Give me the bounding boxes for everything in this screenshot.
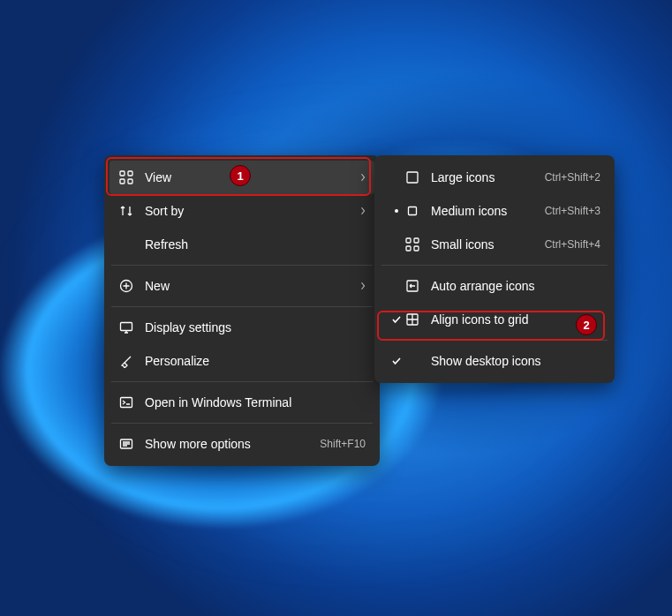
chevron-right-icon	[357, 282, 366, 290]
menu-item-label: Auto arrange icons	[431, 279, 600, 293]
small-icons-icon	[404, 237, 420, 252]
sort-icon	[118, 203, 134, 219]
svg-rect-8	[407, 172, 418, 183]
menu-item-label: Large icons	[431, 170, 545, 184]
check-indicator-checked	[389, 314, 404, 325]
menu-item-label: Medium icons	[431, 204, 545, 218]
chevron-right-icon	[357, 173, 366, 182]
menu-separator	[111, 381, 373, 382]
desktop-context-menu: View Sort by Refresh New	[104, 155, 380, 466]
menu-item-show-more-options[interactable]: Show more options Shift+F10	[109, 427, 374, 461]
menu-item-label: Personalize	[145, 354, 366, 368]
svg-rect-12	[406, 246, 411, 251]
menu-item-open-terminal[interactable]: Open in Windows Terminal	[109, 386, 374, 419]
submenu-item-align-grid[interactable]: Align icons to grid	[380, 303, 609, 336]
terminal-icon	[118, 394, 134, 410]
brush-icon	[118, 353, 134, 369]
menu-item-sort-by[interactable]: Sort by	[109, 194, 374, 228]
svg-rect-6	[121, 398, 132, 408]
blank-icon	[404, 353, 420, 369]
menu-item-label: Align icons to grid	[431, 312, 600, 327]
shortcut-label: Ctrl+Shift+4	[545, 238, 600, 251]
menu-item-label: Show more options	[145, 437, 320, 451]
menu-item-label: Display settings	[145, 320, 366, 334]
plus-circle-icon	[118, 278, 134, 294]
shortcut-label: Ctrl+Shift+3	[545, 205, 600, 217]
svg-rect-3	[128, 179, 132, 184]
submenu-item-auto-arrange[interactable]: Auto arrange icons	[380, 269, 609, 303]
radio-indicator-selected	[389, 209, 404, 213]
large-icons-icon	[404, 169, 420, 185]
svg-rect-2	[120, 179, 125, 184]
submenu-item-show-desktop-icons[interactable]: Show desktop icons	[380, 344, 609, 378]
menu-separator	[381, 265, 608, 266]
grid-icon	[118, 169, 134, 185]
submenu-item-small-icons[interactable]: Small icons Ctrl+Shift+4	[380, 228, 609, 261]
display-icon	[118, 319, 134, 335]
menu-item-refresh[interactable]: Refresh	[109, 228, 374, 261]
menu-item-label: Open in Windows Terminal	[145, 395, 366, 409]
shortcut-label: Ctrl+Shift+2	[545, 171, 600, 184]
view-submenu: Large icons Ctrl+Shift+2 Medium icons Ct…	[374, 155, 615, 383]
menu-item-label: Small icons	[431, 237, 545, 252]
align-grid-icon	[404, 312, 420, 327]
menu-separator	[111, 423, 373, 424]
svg-rect-9	[409, 207, 417, 215]
menu-item-view[interactable]: View	[109, 161, 374, 194]
svg-rect-10	[406, 238, 411, 243]
medium-icons-icon	[404, 203, 420, 219]
shortcut-label: Shift+F10	[320, 438, 366, 450]
menu-item-label: View	[145, 170, 357, 184]
menu-item-label: Show desktop icons	[431, 354, 600, 368]
menu-item-new[interactable]: New	[109, 269, 374, 303]
svg-rect-0	[120, 171, 125, 176]
menu-item-display-settings[interactable]: Display settings	[109, 311, 374, 344]
auto-arrange-icon	[404, 278, 420, 294]
submenu-item-large-icons[interactable]: Large icons Ctrl+Shift+2	[380, 161, 609, 194]
more-options-icon	[118, 436, 134, 452]
menu-item-label: Refresh	[145, 237, 366, 252]
svg-rect-5	[121, 323, 132, 331]
menu-item-label: New	[145, 279, 357, 293]
blank-icon	[118, 237, 134, 252]
submenu-item-medium-icons[interactable]: Medium icons Ctrl+Shift+3	[380, 194, 609, 228]
menu-separator	[111, 306, 373, 307]
svg-rect-1	[128, 171, 132, 176]
menu-separator	[381, 340, 608, 341]
check-indicator-checked	[389, 356, 404, 366]
svg-rect-11	[414, 238, 419, 243]
menu-item-personalize[interactable]: Personalize	[109, 344, 374, 378]
desktop-background[interactable]: View Sort by Refresh New	[0, 0, 672, 616]
menu-item-label: Sort by	[145, 204, 357, 218]
menu-separator	[111, 265, 373, 266]
svg-rect-13	[414, 246, 419, 251]
chevron-right-icon	[357, 207, 366, 215]
